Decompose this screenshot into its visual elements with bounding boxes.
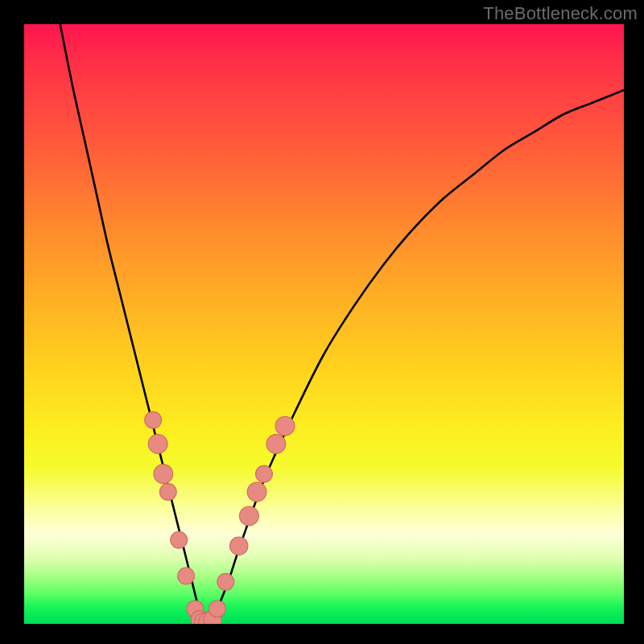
curve-marker (148, 435, 167, 454)
bottleneck-curve-line (60, 24, 624, 624)
curve-marker (145, 411, 162, 428)
curve-marker (230, 537, 248, 555)
curve-marker (159, 484, 176, 501)
outer-frame: TheBottleneck.com (0, 0, 644, 644)
curve-marker (256, 465, 273, 482)
curve-marker (239, 506, 258, 526)
curve-markers (145, 411, 295, 624)
curve-marker (208, 601, 225, 617)
curve-marker (266, 435, 286, 454)
curve-marker (275, 416, 295, 436)
plot-area (24, 24, 624, 624)
curve-marker (154, 464, 173, 484)
watermark-text: TheBottleneck.com (483, 3, 638, 24)
curve-marker (247, 482, 266, 502)
curve-marker (217, 573, 234, 590)
curve-layer (24, 24, 624, 624)
curve-marker (171, 531, 188, 548)
curve-marker (178, 568, 195, 584)
